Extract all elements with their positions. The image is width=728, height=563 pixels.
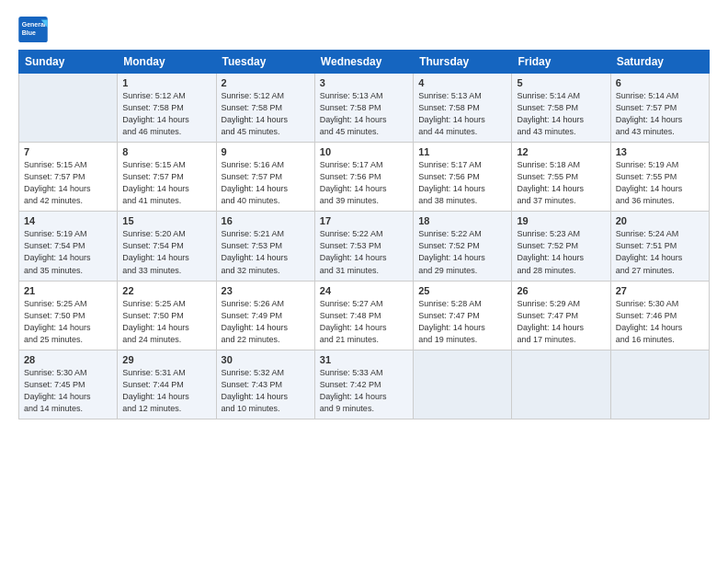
svg-text:General: General	[22, 21, 46, 28]
day-info: Sunrise: 5:23 AMSunset: 7:52 PMDaylight:…	[517, 228, 605, 276]
calendar-week-row: 14Sunrise: 5:19 AMSunset: 7:54 PMDayligh…	[19, 212, 710, 281]
page: General Blue SundayMondayTuesdayWednesda…	[0, 0, 728, 563]
day-info: Sunrise: 5:22 AMSunset: 7:53 PMDaylight:…	[320, 228, 408, 276]
day-info: Sunrise: 5:14 AMSunset: 7:57 PMDaylight:…	[616, 90, 704, 138]
calendar-cell: 28Sunrise: 5:30 AMSunset: 7:45 PMDayligh…	[19, 350, 118, 419]
calendar-cell: 3Sunrise: 5:13 AMSunset: 7:58 PMDaylight…	[314, 74, 413, 143]
weekday-header: Tuesday	[216, 51, 314, 74]
calendar-cell: 18Sunrise: 5:22 AMSunset: 7:52 PMDayligh…	[414, 212, 512, 281]
calendar-cell: 29Sunrise: 5:31 AMSunset: 7:44 PMDayligh…	[118, 350, 216, 419]
calendar-cell: 27Sunrise: 5:30 AMSunset: 7:46 PMDayligh…	[610, 281, 709, 350]
calendar-cell: 23Sunrise: 5:26 AMSunset: 7:49 PMDayligh…	[216, 281, 314, 350]
day-number: 17	[320, 215, 408, 226]
day-number: 30	[222, 354, 310, 365]
day-info: Sunrise: 5:31 AMSunset: 7:44 PMDaylight:…	[122, 367, 210, 415]
weekday-header: Sunday	[19, 51, 118, 74]
calendar-cell: 6Sunrise: 5:14 AMSunset: 7:57 PMDaylight…	[610, 74, 709, 143]
calendar-cell: 2Sunrise: 5:12 AMSunset: 7:58 PMDaylight…	[216, 74, 314, 143]
calendar-cell: 22Sunrise: 5:25 AMSunset: 7:50 PMDayligh…	[118, 281, 216, 350]
day-number: 19	[517, 215, 605, 226]
calendar-cell: 4Sunrise: 5:13 AMSunset: 7:58 PMDaylight…	[414, 74, 512, 143]
calendar-week-row: 7Sunrise: 5:15 AMSunset: 7:57 PMDaylight…	[19, 143, 710, 212]
calendar-cell: 9Sunrise: 5:16 AMSunset: 7:57 PMDaylight…	[216, 143, 314, 212]
day-number: 5	[517, 77, 605, 88]
day-info: Sunrise: 5:30 AMSunset: 7:46 PMDaylight:…	[616, 298, 704, 346]
day-number: 11	[418, 146, 506, 157]
day-number: 16	[222, 215, 310, 226]
day-info: Sunrise: 5:30 AMSunset: 7:45 PMDaylight:…	[24, 367, 112, 415]
day-info: Sunrise: 5:18 AMSunset: 7:55 PMDaylight:…	[517, 159, 605, 207]
day-number: 25	[418, 285, 506, 296]
calendar-cell: 13Sunrise: 5:19 AMSunset: 7:55 PMDayligh…	[610, 143, 709, 212]
day-number: 7	[24, 146, 112, 157]
calendar-cell: 11Sunrise: 5:17 AMSunset: 7:56 PMDayligh…	[414, 143, 512, 212]
day-info: Sunrise: 5:19 AMSunset: 7:54 PMDaylight:…	[24, 228, 112, 276]
day-number: 22	[122, 285, 210, 296]
calendar-cell: 14Sunrise: 5:19 AMSunset: 7:54 PMDayligh…	[19, 212, 118, 281]
day-number: 9	[222, 146, 310, 157]
calendar-cell: 16Sunrise: 5:21 AMSunset: 7:53 PMDayligh…	[216, 212, 314, 281]
calendar-cell: 31Sunrise: 5:33 AMSunset: 7:42 PMDayligh…	[314, 350, 413, 419]
day-info: Sunrise: 5:25 AMSunset: 7:50 PMDaylight:…	[122, 298, 210, 346]
calendar-cell: 1Sunrise: 5:12 AMSunset: 7:58 PMDaylight…	[118, 74, 216, 143]
day-number: 3	[320, 77, 408, 88]
day-number: 26	[517, 285, 605, 296]
day-info: Sunrise: 5:19 AMSunset: 7:55 PMDaylight:…	[616, 159, 704, 207]
day-info: Sunrise: 5:33 AMSunset: 7:42 PMDaylight:…	[320, 367, 408, 415]
calendar-cell	[414, 350, 512, 419]
day-info: Sunrise: 5:28 AMSunset: 7:47 PMDaylight:…	[418, 298, 506, 346]
day-info: Sunrise: 5:17 AMSunset: 7:56 PMDaylight:…	[418, 159, 506, 207]
day-number: 21	[24, 285, 112, 296]
day-number: 18	[418, 215, 506, 226]
day-number: 29	[122, 354, 210, 365]
day-number: 31	[320, 354, 408, 365]
day-info: Sunrise: 5:21 AMSunset: 7:53 PMDaylight:…	[222, 228, 310, 276]
calendar-cell: 15Sunrise: 5:20 AMSunset: 7:54 PMDayligh…	[118, 212, 216, 281]
weekday-header: Wednesday	[314, 51, 413, 74]
calendar-week-row: 21Sunrise: 5:25 AMSunset: 7:50 PMDayligh…	[19, 281, 710, 350]
logo: General Blue	[18, 17, 48, 42]
calendar-cell: 21Sunrise: 5:25 AMSunset: 7:50 PMDayligh…	[19, 281, 118, 350]
day-info: Sunrise: 5:17 AMSunset: 7:56 PMDaylight:…	[320, 159, 408, 207]
calendar-cell: 5Sunrise: 5:14 AMSunset: 7:58 PMDaylight…	[512, 74, 610, 143]
day-number: 10	[320, 146, 408, 157]
calendar-cell: 30Sunrise: 5:32 AMSunset: 7:43 PMDayligh…	[216, 350, 314, 419]
day-number: 13	[616, 146, 704, 157]
day-info: Sunrise: 5:27 AMSunset: 7:48 PMDaylight:…	[320, 298, 408, 346]
day-info: Sunrise: 5:29 AMSunset: 7:47 PMDaylight:…	[517, 298, 605, 346]
calendar-cell	[512, 350, 610, 419]
day-info: Sunrise: 5:12 AMSunset: 7:58 PMDaylight:…	[222, 90, 310, 138]
calendar-week-row: 1Sunrise: 5:12 AMSunset: 7:58 PMDaylight…	[19, 74, 710, 143]
day-info: Sunrise: 5:20 AMSunset: 7:54 PMDaylight:…	[122, 228, 210, 276]
day-number: 28	[24, 354, 112, 365]
day-info: Sunrise: 5:24 AMSunset: 7:51 PMDaylight:…	[616, 228, 704, 276]
svg-text:Blue: Blue	[22, 29, 36, 36]
day-info: Sunrise: 5:16 AMSunset: 7:57 PMDaylight:…	[222, 159, 310, 207]
calendar-cell	[610, 350, 709, 419]
day-number: 8	[122, 146, 210, 157]
day-info: Sunrise: 5:13 AMSunset: 7:58 PMDaylight:…	[418, 90, 506, 138]
calendar-cell: 7Sunrise: 5:15 AMSunset: 7:57 PMDaylight…	[19, 143, 118, 212]
day-number: 12	[517, 146, 605, 157]
day-number: 27	[616, 285, 704, 296]
day-number: 24	[320, 285, 408, 296]
day-info: Sunrise: 5:25 AMSunset: 7:50 PMDaylight:…	[24, 298, 112, 346]
calendar-cell: 26Sunrise: 5:29 AMSunset: 7:47 PMDayligh…	[512, 281, 610, 350]
day-info: Sunrise: 5:26 AMSunset: 7:49 PMDaylight:…	[222, 298, 310, 346]
header: General Blue	[18, 17, 710, 42]
calendar-cell: 12Sunrise: 5:18 AMSunset: 7:55 PMDayligh…	[512, 143, 610, 212]
day-info: Sunrise: 5:22 AMSunset: 7:52 PMDaylight:…	[418, 228, 506, 276]
day-number: 4	[418, 77, 506, 88]
calendar-cell: 17Sunrise: 5:22 AMSunset: 7:53 PMDayligh…	[314, 212, 413, 281]
day-number: 1	[122, 77, 210, 88]
calendar-cell: 8Sunrise: 5:15 AMSunset: 7:57 PMDaylight…	[118, 143, 216, 212]
day-info: Sunrise: 5:14 AMSunset: 7:58 PMDaylight:…	[517, 90, 605, 138]
calendar-cell	[19, 74, 118, 143]
calendar: SundayMondayTuesdayWednesdayThursdayFrid…	[18, 50, 710, 419]
day-info: Sunrise: 5:15 AMSunset: 7:57 PMDaylight:…	[122, 159, 210, 207]
day-info: Sunrise: 5:15 AMSunset: 7:57 PMDaylight:…	[24, 159, 112, 207]
weekday-header: Saturday	[610, 51, 709, 74]
day-number: 15	[122, 215, 210, 226]
weekday-header: Thursday	[414, 51, 512, 74]
calendar-cell: 25Sunrise: 5:28 AMSunset: 7:47 PMDayligh…	[414, 281, 512, 350]
